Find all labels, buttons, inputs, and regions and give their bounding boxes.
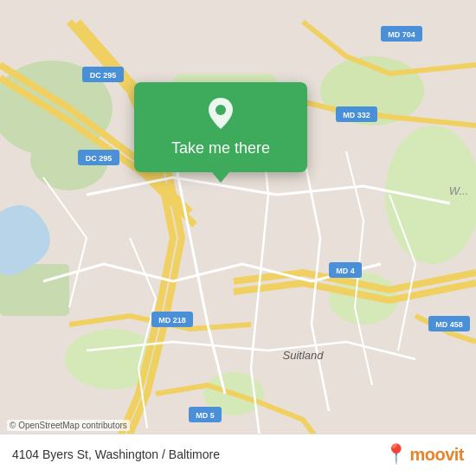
take-me-there-button[interactable]: Take me there	[171, 139, 270, 158]
osm-attribution: © OpenStreetMap contributors	[7, 420, 130, 431]
moovit-brand-text: moovit	[409, 445, 464, 465]
svg-text:MD 332: MD 332	[343, 111, 370, 119]
map-background: DC 295 DC 295 MD 4 MD 5 MD 218 MD 332 MD…	[0, 0, 476, 476]
svg-text:MD 458: MD 458	[435, 320, 463, 329]
svg-point-28	[215, 105, 226, 115]
svg-text:Suitland: Suitland	[283, 349, 325, 362]
svg-text:MD 218: MD 218	[158, 316, 186, 325]
moovit-pin-icon: 📍	[384, 443, 408, 466]
svg-text:DC 295: DC 295	[86, 154, 113, 163]
address-text: 4104 Byers St, Washington / Baltimore	[12, 447, 220, 461]
popup-card: Take me there	[134, 82, 307, 172]
svg-text:MD 5: MD 5	[196, 411, 215, 420]
svg-text:W...: W...	[449, 184, 469, 197]
svg-text:MD 4: MD 4	[336, 267, 355, 275]
map-container: DC 295 DC 295 MD 4 MD 5 MD 218 MD 332 MD…	[0, 0, 476, 476]
location-pin-icon	[202, 94, 240, 132]
moovit-logo: 📍 moovit	[384, 443, 464, 466]
svg-text:DC 295: DC 295	[90, 71, 117, 80]
bottom-bar: 4104 Byers St, Washington / Baltimore 📍 …	[0, 434, 476, 476]
svg-text:MD 704: MD 704	[388, 30, 415, 39]
